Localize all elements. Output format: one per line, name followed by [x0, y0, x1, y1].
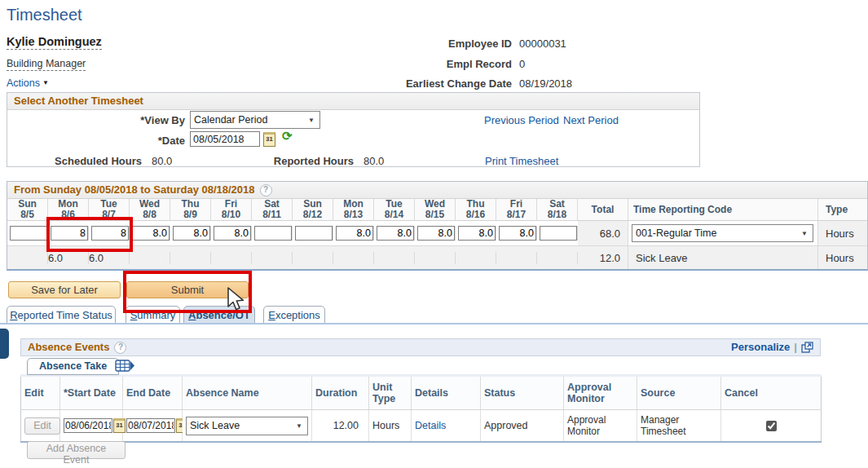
popup-window-icon[interactable]: [801, 342, 813, 353]
day-date: 8/14: [374, 210, 414, 220]
col-header-absence-name: Absence Name: [183, 376, 312, 410]
job-title-link[interactable]: Building Manager: [7, 58, 86, 71]
hours-input[interactable]: [173, 226, 210, 241]
side-panel-handle[interactable]: [0, 329, 9, 359]
hours-input[interactable]: [499, 226, 536, 241]
employee-name-link[interactable]: Kylie Dominguez: [7, 35, 102, 50]
calendar-icon[interactable]: 31: [263, 132, 275, 147]
hours-cell: [130, 226, 170, 241]
day-column-header: Sat8/11: [252, 199, 293, 221]
personalize-link[interactable]: Personalize: [731, 338, 790, 356]
day-date: 8/9: [170, 210, 210, 220]
hours-cell: [48, 226, 89, 241]
absence-name-cell: Sick Leave ▼: [183, 410, 312, 443]
absence-name-select[interactable]: Sick Leave ▼: [186, 417, 308, 435]
hours-value: [7, 252, 15, 264]
help-icon[interactable]: ?: [260, 184, 272, 196]
next-period-link[interactable]: Next Period: [563, 114, 619, 126]
submit-button[interactable]: Submit: [126, 281, 249, 298]
hours-input[interactable]: [254, 226, 292, 241]
date-input[interactable]: [190, 131, 260, 147]
hours-input[interactable]: [458, 226, 496, 241]
day-column-header: Mon8/13: [333, 199, 374, 221]
trc-cell: Sick Leave: [628, 246, 818, 269]
date-label: *Date: [7, 135, 185, 147]
hours-input[interactable]: [417, 226, 455, 241]
hours-cell: [252, 226, 293, 241]
help-icon[interactable]: ?: [114, 342, 126, 354]
absence-event-row: Edit 31 31 Sick Leave ▼ 12.00 Hours Deta…: [21, 410, 822, 443]
hours-cell: [293, 226, 333, 241]
col-header-approval-monitor: Approval Monitor: [564, 376, 637, 410]
day-date: 8/13: [333, 210, 373, 220]
tab-label: eported Time Status: [18, 309, 112, 321]
chevron-down-icon: ▼: [291, 422, 307, 430]
tab-reported-time-status[interactable]: Reported Time Status: [7, 306, 116, 325]
trc-label: Time Reporting Code: [633, 205, 817, 215]
hours-input[interactable]: [91, 226, 129, 241]
end-date-cell: 31: [123, 410, 183, 443]
hours-cell: [496, 252, 537, 264]
employee-id-label: Employee ID: [293, 38, 512, 50]
type-column-header: Type: [818, 199, 867, 221]
total-label: Total: [578, 205, 628, 215]
absence-events-title: Absence Events: [28, 338, 109, 356]
absence-header-row: Edit *Start Date End Date Absence Name D…: [21, 376, 822, 410]
actions-menu[interactable]: Actions▼: [7, 77, 49, 89]
select-another-timesheet-panel: Select Another Timesheet *View By Calend…: [7, 92, 700, 167]
previous-period-link[interactable]: Previous Period: [484, 114, 559, 126]
trc-selected-value: 001-Regular Time: [632, 227, 796, 239]
edit-button[interactable]: Edit: [24, 417, 60, 435]
details-cell: Details: [412, 410, 481, 443]
hours-input[interactable]: [336, 226, 373, 241]
tab-absence-ot[interactable]: Absence/OT: [183, 306, 255, 325]
type-label: Type: [826, 205, 867, 215]
absence-subtab-row: Absence Take: [20, 356, 821, 374]
hours-input[interactable]: [214, 226, 251, 241]
row-total-value: 68.0: [578, 227, 628, 240]
save-for-later-button[interactable]: Save for Later: [8, 281, 121, 298]
tab-exceptions[interactable]: Exceptions: [263, 306, 325, 325]
duration-cell: 12.00: [312, 410, 369, 443]
tab-summary[interactable]: Summary: [126, 306, 180, 325]
day-column-header: Wed8/8: [130, 199, 170, 221]
col-header-edit: Edit: [21, 376, 60, 410]
refresh-icon[interactable]: ⟳: [282, 129, 293, 143]
trc-select[interactable]: 001-Regular Time ▼: [632, 224, 813, 242]
start-date-cell: 31: [60, 410, 123, 443]
select-panel-title: Select Another Timesheet: [7, 93, 699, 110]
hours-input[interactable]: [540, 226, 577, 241]
hours-cell: [89, 226, 130, 241]
tab-absence-take[interactable]: Absence Take: [27, 358, 119, 375]
day-column-header: Mon8/6: [48, 199, 89, 221]
hours-input[interactable]: [377, 226, 414, 241]
hours-cell: [496, 226, 537, 241]
hours-cell: [415, 252, 456, 264]
hours-input[interactable]: [295, 226, 333, 241]
trc-column-header: Time Reporting Code: [628, 199, 818, 221]
hours-value: [537, 252, 544, 264]
hours-value: [374, 252, 381, 264]
hours-input[interactable]: [10, 226, 47, 241]
day-column-header: Sat8/18: [537, 199, 578, 221]
col-header-cancel: Cancel: [721, 376, 822, 410]
grid-title: From Sunday 08/05/2018 to Saturday 08/18…: [14, 182, 255, 198]
tab-label: xceptions: [275, 309, 320, 321]
start-date-input[interactable]: [64, 418, 112, 433]
col-header-start-date: *Start Date: [60, 376, 123, 410]
hours-cell: [374, 252, 415, 264]
cancel-checkbox[interactable]: [766, 421, 777, 431]
end-date-input[interactable]: [126, 418, 175, 433]
trc-value: Sick Leave: [628, 252, 688, 264]
add-absence-event-button[interactable]: Add Absence Event: [27, 441, 126, 459]
hours-input[interactable]: [51, 226, 88, 241]
chevron-down-icon: ▼: [796, 230, 813, 237]
hours-input[interactable]: [132, 226, 170, 241]
view-by-select[interactable]: Calendar Period ▼: [190, 111, 320, 129]
calendar-icon[interactable]: 31: [113, 418, 126, 433]
print-timesheet-link[interactable]: Print Timesheet: [485, 155, 558, 167]
show-all-columns-icon[interactable]: [115, 360, 135, 372]
empl-record-field: Empl Record0: [293, 58, 525, 70]
details-link[interactable]: Details: [415, 420, 446, 431]
total-column-header: Total: [578, 199, 628, 221]
